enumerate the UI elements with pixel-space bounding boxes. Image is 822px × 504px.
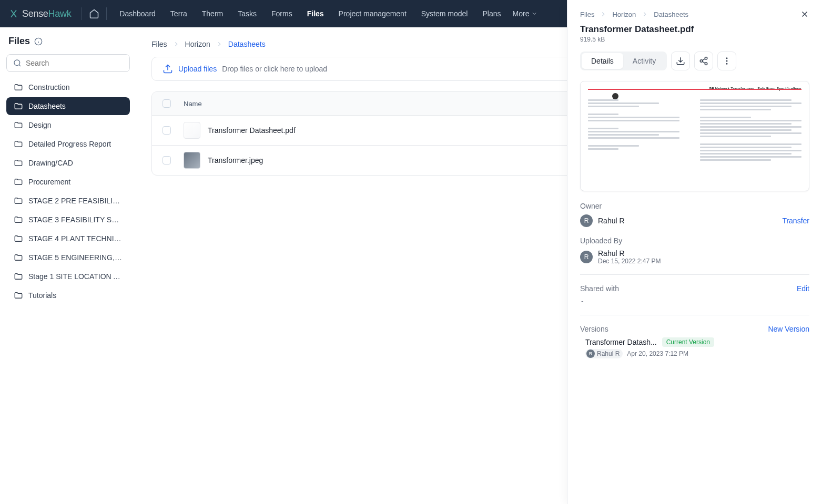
folder-label: Procurement: [28, 178, 70, 186]
logo-icon: [8, 8, 19, 19]
version-user: Rahul R: [597, 350, 620, 357]
folder-label: STAGE 5 ENGINEERING, PR...: [28, 253, 123, 262]
sidebar-folder[interactable]: Procurement: [6, 173, 130, 191]
svg-point-4: [700, 60, 703, 63]
sidebar-folder[interactable]: Tutorials: [6, 286, 130, 304]
download-icon: [676, 56, 685, 66]
close-panel-button[interactable]: [800, 9, 809, 19]
owner-name: Rahul R: [598, 217, 625, 225]
folder-label: Detailed Progress Report: [28, 140, 111, 148]
file-name: Transformer.jpeg: [208, 156, 263, 164]
panel-title: Transformer Datasheet.pdf: [580, 24, 809, 35]
breadcrumb-item[interactable]: Files: [151, 40, 167, 48]
row-checkbox[interactable]: [163, 126, 171, 135]
nav-divider: [106, 7, 107, 20]
chevron-right-icon: [216, 40, 223, 48]
file-details-panel: FilesHorizonDatasheets Transformer Datas…: [567, 0, 822, 504]
folder-icon: [14, 291, 23, 300]
select-all-checkbox[interactable]: [163, 99, 171, 108]
svg-point-3: [705, 57, 707, 60]
tab-details[interactable]: Details: [582, 53, 623, 69]
row-checkbox[interactable]: [163, 156, 171, 164]
sidebar-folder[interactable]: Detailed Progress Report: [6, 135, 130, 153]
more-options-button[interactable]: [717, 52, 736, 70]
chevron-right-icon: [172, 40, 180, 48]
home-button[interactable]: [85, 5, 103, 23]
home-icon: [89, 8, 99, 19]
breadcrumb-item[interactable]: Horizon: [185, 40, 210, 48]
nav-item-dashboard[interactable]: Dashboard: [113, 5, 162, 22]
version-badge: Current Version: [662, 337, 714, 347]
sidebar-folder[interactable]: STAGE 3 FEASIBILITY STUDY: [6, 211, 130, 229]
close-icon: [800, 9, 809, 19]
edit-sharing-button[interactable]: Edit: [797, 284, 809, 293]
new-version-button[interactable]: New Version: [768, 325, 809, 333]
sidebar-folder[interactable]: Drawing/CAD: [6, 154, 130, 172]
panel-breadcrumb-item[interactable]: Files: [580, 11, 594, 18]
panel-tabs: Details Activity: [580, 52, 667, 70]
svg-point-2: [14, 60, 20, 66]
nav-item-therm[interactable]: Therm: [196, 5, 229, 22]
owner-avatar: R: [580, 214, 593, 227]
nav-item-project-management[interactable]: Project management: [332, 5, 413, 22]
nav-item-terra[interactable]: Terra: [164, 5, 194, 22]
uploaded-date: Dec 15, 2022 2:47 PM: [598, 258, 661, 265]
nav-item-plans[interactable]: Plans: [476, 5, 507, 22]
search-box[interactable]: [6, 54, 130, 72]
folder-icon: [14, 215, 23, 224]
version-item[interactable]: Transformer Datash... Current Version R …: [580, 337, 809, 358]
uploader-avatar: R: [580, 251, 593, 263]
chevron-right-icon: [600, 11, 607, 18]
folder-icon: [14, 120, 23, 130]
column-name[interactable]: Name: [184, 100, 617, 108]
folder-label: Tutorials: [28, 291, 56, 300]
tab-activity[interactable]: Activity: [623, 53, 665, 69]
file-thumbnail: [184, 122, 200, 139]
upload-icon: [163, 64, 173, 74]
search-input[interactable]: [26, 59, 123, 67]
nav-item-files[interactable]: Files: [301, 5, 330, 22]
folder-label: STAGE 2 PRE FEASIBILITY S...: [28, 197, 123, 205]
nav-divider: [82, 7, 82, 20]
nav-item-forms[interactable]: Forms: [265, 5, 299, 22]
folder-icon: [14, 234, 23, 243]
sidebar-folder[interactable]: Datasheets: [6, 97, 130, 115]
svg-point-5: [705, 63, 707, 65]
sidebar-folder[interactable]: Stage 1 SITE LOCATION AN...: [6, 268, 130, 285]
file-thumbnail: [184, 152, 200, 169]
sidebar-folder[interactable]: STAGE 2 PRE FEASIBILITY S...: [6, 192, 130, 210]
folder-icon: [14, 253, 23, 262]
sidebar-folder[interactable]: Design: [6, 116, 130, 134]
nav-item-tasks[interactable]: Tasks: [231, 5, 263, 22]
folder-icon: [14, 101, 23, 111]
sidebar: Files ConstructionDatasheetsDesignDetail…: [0, 27, 137, 504]
upload-hint: Drop files or click here to upload: [222, 65, 327, 73]
nav-item-system-model[interactable]: System model: [415, 5, 474, 22]
more-vertical-icon: [722, 56, 732, 66]
panel-breadcrumb-item[interactable]: Datasheets: [654, 11, 688, 18]
download-button[interactable]: [671, 52, 690, 70]
folder-label: Design: [28, 121, 52, 129]
transfer-button[interactable]: Transfer: [782, 217, 809, 225]
brand-logo[interactable]: SenseHawk: [8, 8, 78, 19]
info-icon[interactable]: [34, 37, 43, 46]
sidebar-folder[interactable]: Construction: [6, 78, 130, 96]
chevron-right-icon: [641, 11, 648, 18]
folder-icon: [14, 139, 23, 149]
sidebar-folder[interactable]: STAGE 4 PLANT TECHNICA...: [6, 230, 130, 248]
sidebar-folder[interactable]: STAGE 5 ENGINEERING, PR...: [6, 249, 130, 266]
search-icon: [13, 59, 22, 67]
folder-icon: [14, 272, 23, 281]
folder-icon: [14, 177, 23, 187]
folder-label: Datasheets: [28, 102, 66, 110]
version-date: Apr 20, 2023 7:12 PM: [627, 350, 688, 357]
share-button[interactable]: [694, 52, 713, 70]
nav-items-container: DashboardTerraThermTasksFormsFilesProjec…: [113, 5, 507, 22]
nav-more[interactable]: More: [508, 5, 543, 22]
svg-point-8: [726, 64, 727, 65]
folder-icon: [14, 158, 23, 168]
shared-with-label: Shared with: [580, 284, 619, 293]
document-preview[interactable]: GE Network Transformers - Safe Form Spec…: [580, 81, 809, 191]
panel-breadcrumb-item[interactable]: Horizon: [612, 11, 636, 18]
breadcrumb-item: Datasheets: [228, 40, 266, 48]
